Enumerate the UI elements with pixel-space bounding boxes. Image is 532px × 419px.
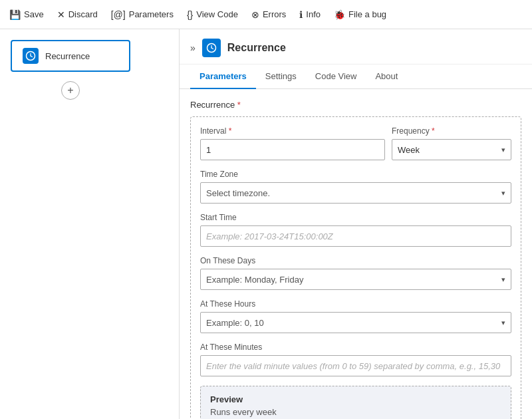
preview-title: Preview: [210, 394, 501, 404]
recurrence-form: Interval * Frequency * Week ▾: [190, 116, 521, 419]
node-label: Recurrence: [45, 51, 90, 61]
timezone-label: Time Zone: [200, 170, 511, 179]
svg-line-2: [31, 56, 33, 57]
errors-icon: ⊗: [251, 9, 259, 20]
timezone-select[interactable]: Select timezone. ▾: [200, 182, 511, 204]
preview-text: Runs every week: [210, 407, 501, 417]
errors-button[interactable]: ⊗ Errors: [250, 7, 287, 23]
tabs-bar: Parameters Settings Code View About: [180, 65, 532, 89]
start-time-input[interactable]: [200, 225, 511, 247]
frequency-group: Frequency * Week ▾: [392, 126, 511, 160]
chevron-down-icon: ▾: [501, 189, 505, 198]
info-button[interactable]: ℹ Info: [298, 7, 322, 23]
on-these-days-label: On These Days: [200, 256, 511, 265]
svg-line-5: [211, 48, 213, 49]
panel-header: » Recurrence: [180, 29, 532, 65]
tab-settings[interactable]: Settings: [256, 65, 306, 89]
at-these-minutes-group: At These Minutes: [200, 343, 511, 376]
panel-title: Recurrence: [227, 42, 286, 54]
frequency-label: Frequency *: [392, 126, 511, 136]
on-these-days-select[interactable]: Example: Monday, Friday ▾: [200, 269, 511, 290]
discard-button[interactable]: ✕ Discard: [56, 7, 99, 23]
save-icon: 💾: [9, 9, 21, 20]
interval-frequency-row: Interval * Frequency * Week ▾: [200, 126, 511, 160]
timezone-group: Time Zone Select timezone. ▾: [200, 170, 511, 204]
bug-icon: 🐞: [334, 9, 345, 20]
at-these-minutes-input[interactable]: [200, 355, 511, 376]
panel-title-icon: [202, 39, 221, 57]
recurrence-node[interactable]: Recurrence: [11, 40, 130, 72]
info-icon: ℹ: [299, 9, 303, 20]
chevron-down-icon: ▾: [501, 319, 505, 327]
add-step-button[interactable]: +: [61, 81, 80, 100]
parameters-button[interactable]: [@] Parameters: [110, 7, 175, 23]
at-these-hours-label: At These Hours: [200, 299, 511, 309]
view-code-button[interactable]: {} View Code: [186, 7, 239, 23]
preview-box: Preview Runs every week: [200, 386, 511, 419]
on-these-days-group: On These Days Example: Monday, Friday ▾: [200, 256, 511, 290]
toolbar: 💾 Save ✕ Discard [@] Parameters {} View …: [0, 0, 532, 29]
main-layout: Recurrence + » Recurrence Parameters: [0, 29, 532, 419]
recurrence-section-label: Recurrence *: [190, 100, 521, 110]
tab-code-view[interactable]: Code View: [306, 65, 366, 89]
interval-label: Interval *: [200, 126, 385, 136]
at-these-hours-group: At These Hours Example: 0, 10 ▾: [200, 299, 511, 333]
frequency-select[interactable]: Week ▾: [392, 139, 511, 160]
tab-parameters[interactable]: Parameters: [190, 65, 256, 89]
right-panel: » Recurrence Parameters Settings Code Vi…: [180, 29, 532, 419]
parameters-icon: [@]: [111, 9, 126, 20]
discard-icon: ✕: [57, 9, 65, 20]
tab-about[interactable]: About: [366, 65, 407, 89]
left-panel: Recurrence +: [0, 29, 180, 419]
chevron-down-icon: ▾: [501, 146, 505, 154]
at-these-minutes-label: At These Minutes: [200, 343, 511, 352]
interval-input[interactable]: [200, 139, 385, 160]
save-button[interactable]: 💾 Save: [8, 7, 45, 23]
expand-icon[interactable]: »: [190, 43, 196, 53]
parameters-content: Recurrence * Interval * Freque: [180, 89, 532, 419]
start-time-group: Start Time: [200, 213, 511, 247]
chevron-down-icon: ▾: [501, 275, 505, 284]
file-bug-button[interactable]: 🐞 File a bug: [332, 7, 388, 23]
start-time-label: Start Time: [200, 213, 511, 222]
interval-group: Interval *: [200, 126, 385, 160]
code-icon: {}: [187, 9, 193, 20]
node-icon: [23, 48, 39, 64]
at-these-hours-select[interactable]: Example: 0, 10 ▾: [200, 312, 511, 333]
